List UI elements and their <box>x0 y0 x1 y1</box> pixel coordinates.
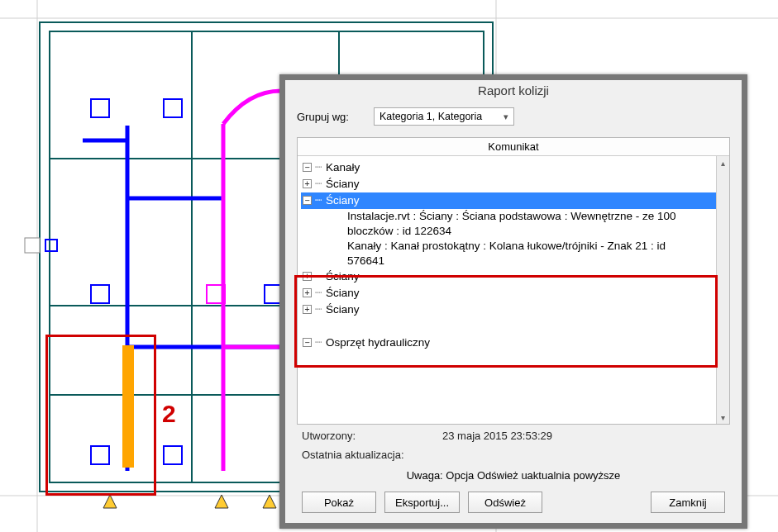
created-value: 23 maja 2015 23:53:29 <box>442 430 552 442</box>
svg-rect-18 <box>91 99 109 117</box>
tree-node-sciany[interactable]: + ┈ Ściany <box>301 285 716 302</box>
tree-label: Ściany <box>326 193 360 208</box>
updated-label: Ostatnia aktualizacja: <box>302 449 409 461</box>
group-by-value: Kategoria 1, Kategoria <box>379 111 482 122</box>
svg-rect-20 <box>91 285 109 303</box>
tree-node-osprzet[interactable]: − ┈ Osprzęt hydrauliczny <box>301 335 716 351</box>
tree-label: Kanały <box>326 160 360 175</box>
svg-marker-29 <box>263 495 276 508</box>
svg-rect-21 <box>45 240 57 251</box>
svg-rect-31 <box>25 238 40 253</box>
refresh-button[interactable]: Odśwież <box>468 492 542 513</box>
expand-icon[interactable]: + <box>303 288 312 297</box>
svg-rect-23 <box>164 446 182 464</box>
collision-report-dialog: Raport kolizji Grupuj wg: Kategoria 1, K… <box>279 74 747 529</box>
tree-node-sciany[interactable]: + ┈ Ściany <box>301 176 716 192</box>
tree-label: Ściany <box>326 269 360 284</box>
svg-rect-17 <box>122 345 134 468</box>
scroll-down-icon[interactable]: ▾ <box>717 411 729 424</box>
annotation-label-2: 2 <box>162 400 176 428</box>
tree-scrollbar[interactable]: ▴ ▾ <box>716 156 729 424</box>
tree-node-kanaly[interactable]: − ┈ Kanały <box>301 159 716 176</box>
tree-label: Ściany <box>326 286 360 301</box>
tree-filler <box>301 318 716 335</box>
tree-node-sciany[interactable]: + ┈ Ściany <box>301 302 716 318</box>
tree-label: Ściany <box>326 177 360 192</box>
tree-node-sciany[interactable]: + ┈ Ściany <box>301 268 716 285</box>
tree-label: Osprzęt hydrauliczny <box>326 335 430 350</box>
group-by-select[interactable]: Kategoria 1, Kategoria <box>374 107 514 126</box>
expand-icon[interactable]: + <box>303 179 312 188</box>
tree-node-sciany-selected[interactable]: − ┈ Ściany <box>301 192 716 209</box>
svg-rect-19 <box>164 99 182 117</box>
group-by-label: Grupuj wg: <box>297 111 349 123</box>
refresh-warning: Uwaga: Opcja Odśwież uaktualnia powyższe <box>297 463 730 492</box>
scroll-up-icon[interactable]: ▴ <box>717 156 729 169</box>
list-header: Komunikat <box>298 138 729 156</box>
svg-marker-27 <box>103 495 117 508</box>
dialog-title: Raport kolizji <box>285 80 742 102</box>
tree-leaf-wall[interactable]: Instalacje.rvt : Ściany : Ściana podstaw… <box>301 209 716 239</box>
collapse-icon[interactable]: − <box>303 338 312 347</box>
tree-leaf-duct[interactable]: Kanały : Kanał prostokątny : Kolana łuko… <box>301 239 716 268</box>
created-label: Utworzony: <box>302 430 409 442</box>
show-button[interactable]: Pokaż <box>302 492 376 513</box>
collapse-icon[interactable]: − <box>303 163 312 172</box>
export-button[interactable]: Eksportuj... <box>384 492 460 513</box>
svg-marker-28 <box>215 495 228 508</box>
expand-icon[interactable]: + <box>303 305 312 314</box>
tree-label: Ściany <box>326 302 360 317</box>
expand-icon[interactable]: + <box>303 272 312 281</box>
svg-rect-22 <box>91 446 109 464</box>
close-button[interactable]: Zamknij <box>651 492 725 513</box>
collision-tree[interactable]: − ┈ Kanały + ┈ Ściany − ┈ Ściany Ins <box>298 156 716 424</box>
collapse-icon[interactable]: − <box>303 196 312 205</box>
